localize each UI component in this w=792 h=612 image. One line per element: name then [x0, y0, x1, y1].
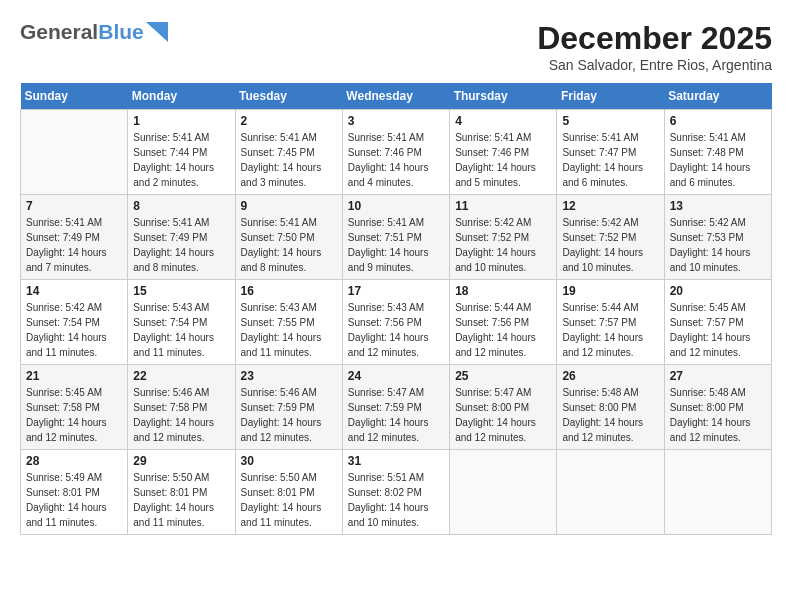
calendar-cell: 17Sunrise: 5:43 AMSunset: 7:56 PMDayligh… [342, 280, 449, 365]
page-header: General Blue December 2025 San Salvador,… [20, 20, 772, 73]
calendar-cell: 1Sunrise: 5:41 AMSunset: 7:44 PMDaylight… [128, 110, 235, 195]
calendar-week-3: 14Sunrise: 5:42 AMSunset: 7:54 PMDayligh… [21, 280, 772, 365]
calendar-cell: 9Sunrise: 5:41 AMSunset: 7:50 PMDaylight… [235, 195, 342, 280]
day-number: 14 [26, 284, 122, 298]
calendar-week-5: 28Sunrise: 5:49 AMSunset: 8:01 PMDayligh… [21, 450, 772, 535]
day-info: Sunrise: 5:51 AMSunset: 8:02 PMDaylight:… [348, 470, 444, 530]
calendar-table: Sunday Monday Tuesday Wednesday Thursday… [20, 83, 772, 535]
calendar-cell: 3Sunrise: 5:41 AMSunset: 7:46 PMDaylight… [342, 110, 449, 195]
day-info: Sunrise: 5:41 AMSunset: 7:44 PMDaylight:… [133, 130, 229, 190]
day-info: Sunrise: 5:41 AMSunset: 7:50 PMDaylight:… [241, 215, 337, 275]
calendar-week-1: 1Sunrise: 5:41 AMSunset: 7:44 PMDaylight… [21, 110, 772, 195]
day-number: 2 [241, 114, 337, 128]
calendar-cell: 19Sunrise: 5:44 AMSunset: 7:57 PMDayligh… [557, 280, 664, 365]
day-info: Sunrise: 5:45 AMSunset: 7:58 PMDaylight:… [26, 385, 122, 445]
day-number: 21 [26, 369, 122, 383]
day-number: 11 [455, 199, 551, 213]
calendar-cell: 31Sunrise: 5:51 AMSunset: 8:02 PMDayligh… [342, 450, 449, 535]
col-sunday: Sunday [21, 83, 128, 110]
calendar-cell: 6Sunrise: 5:41 AMSunset: 7:48 PMDaylight… [664, 110, 771, 195]
day-number: 3 [348, 114, 444, 128]
day-number: 24 [348, 369, 444, 383]
calendar-week-2: 7Sunrise: 5:41 AMSunset: 7:49 PMDaylight… [21, 195, 772, 280]
col-tuesday: Tuesday [235, 83, 342, 110]
calendar-cell: 11Sunrise: 5:42 AMSunset: 7:52 PMDayligh… [450, 195, 557, 280]
col-friday: Friday [557, 83, 664, 110]
day-info: Sunrise: 5:48 AMSunset: 8:00 PMDaylight:… [562, 385, 658, 445]
day-info: Sunrise: 5:43 AMSunset: 7:55 PMDaylight:… [241, 300, 337, 360]
day-info: Sunrise: 5:41 AMSunset: 7:46 PMDaylight:… [348, 130, 444, 190]
calendar-cell: 14Sunrise: 5:42 AMSunset: 7:54 PMDayligh… [21, 280, 128, 365]
calendar-header-row: Sunday Monday Tuesday Wednesday Thursday… [21, 83, 772, 110]
day-info: Sunrise: 5:46 AMSunset: 7:59 PMDaylight:… [241, 385, 337, 445]
col-monday: Monday [128, 83, 235, 110]
logo-general: General [20, 20, 98, 44]
day-number: 17 [348, 284, 444, 298]
day-info: Sunrise: 5:45 AMSunset: 7:57 PMDaylight:… [670, 300, 766, 360]
calendar-cell: 18Sunrise: 5:44 AMSunset: 7:56 PMDayligh… [450, 280, 557, 365]
day-number: 26 [562, 369, 658, 383]
calendar-cell: 15Sunrise: 5:43 AMSunset: 7:54 PMDayligh… [128, 280, 235, 365]
day-info: Sunrise: 5:50 AMSunset: 8:01 PMDaylight:… [133, 470, 229, 530]
day-number: 27 [670, 369, 766, 383]
calendar-cell: 5Sunrise: 5:41 AMSunset: 7:47 PMDaylight… [557, 110, 664, 195]
day-number: 1 [133, 114, 229, 128]
day-info: Sunrise: 5:41 AMSunset: 7:49 PMDaylight:… [26, 215, 122, 275]
day-info: Sunrise: 5:49 AMSunset: 8:01 PMDaylight:… [26, 470, 122, 530]
day-info: Sunrise: 5:41 AMSunset: 7:45 PMDaylight:… [241, 130, 337, 190]
day-info: Sunrise: 5:42 AMSunset: 7:53 PMDaylight:… [670, 215, 766, 275]
day-info: Sunrise: 5:41 AMSunset: 7:46 PMDaylight:… [455, 130, 551, 190]
logo: General Blue [20, 20, 168, 44]
calendar-cell: 2Sunrise: 5:41 AMSunset: 7:45 PMDaylight… [235, 110, 342, 195]
calendar-cell [21, 110, 128, 195]
calendar-cell: 25Sunrise: 5:47 AMSunset: 8:00 PMDayligh… [450, 365, 557, 450]
day-number: 29 [133, 454, 229, 468]
calendar-cell: 7Sunrise: 5:41 AMSunset: 7:49 PMDaylight… [21, 195, 128, 280]
location: San Salvador, Entre Rios, Argentina [537, 57, 772, 73]
col-thursday: Thursday [450, 83, 557, 110]
day-info: Sunrise: 5:41 AMSunset: 7:48 PMDaylight:… [670, 130, 766, 190]
day-info: Sunrise: 5:42 AMSunset: 7:52 PMDaylight:… [455, 215, 551, 275]
day-number: 19 [562, 284, 658, 298]
day-info: Sunrise: 5:44 AMSunset: 7:56 PMDaylight:… [455, 300, 551, 360]
day-number: 23 [241, 369, 337, 383]
calendar-week-4: 21Sunrise: 5:45 AMSunset: 7:58 PMDayligh… [21, 365, 772, 450]
day-info: Sunrise: 5:47 AMSunset: 8:00 PMDaylight:… [455, 385, 551, 445]
day-info: Sunrise: 5:48 AMSunset: 8:00 PMDaylight:… [670, 385, 766, 445]
day-number: 16 [241, 284, 337, 298]
calendar-cell: 20Sunrise: 5:45 AMSunset: 7:57 PMDayligh… [664, 280, 771, 365]
calendar-cell: 16Sunrise: 5:43 AMSunset: 7:55 PMDayligh… [235, 280, 342, 365]
svg-marker-0 [146, 22, 168, 42]
day-number: 9 [241, 199, 337, 213]
calendar-cell: 30Sunrise: 5:50 AMSunset: 8:01 PMDayligh… [235, 450, 342, 535]
day-number: 6 [670, 114, 766, 128]
month-title: December 2025 [537, 20, 772, 57]
day-info: Sunrise: 5:42 AMSunset: 7:54 PMDaylight:… [26, 300, 122, 360]
day-number: 8 [133, 199, 229, 213]
day-number: 10 [348, 199, 444, 213]
calendar-cell: 26Sunrise: 5:48 AMSunset: 8:00 PMDayligh… [557, 365, 664, 450]
day-number: 28 [26, 454, 122, 468]
day-number: 15 [133, 284, 229, 298]
day-info: Sunrise: 5:42 AMSunset: 7:52 PMDaylight:… [562, 215, 658, 275]
day-info: Sunrise: 5:44 AMSunset: 7:57 PMDaylight:… [562, 300, 658, 360]
calendar-cell: 23Sunrise: 5:46 AMSunset: 7:59 PMDayligh… [235, 365, 342, 450]
calendar-cell: 4Sunrise: 5:41 AMSunset: 7:46 PMDaylight… [450, 110, 557, 195]
calendar-cell: 28Sunrise: 5:49 AMSunset: 8:01 PMDayligh… [21, 450, 128, 535]
day-number: 12 [562, 199, 658, 213]
calendar-cell [664, 450, 771, 535]
day-info: Sunrise: 5:46 AMSunset: 7:58 PMDaylight:… [133, 385, 229, 445]
calendar-cell: 13Sunrise: 5:42 AMSunset: 7:53 PMDayligh… [664, 195, 771, 280]
day-info: Sunrise: 5:41 AMSunset: 7:47 PMDaylight:… [562, 130, 658, 190]
day-info: Sunrise: 5:43 AMSunset: 7:54 PMDaylight:… [133, 300, 229, 360]
calendar-cell: 29Sunrise: 5:50 AMSunset: 8:01 PMDayligh… [128, 450, 235, 535]
day-number: 25 [455, 369, 551, 383]
calendar-cell [557, 450, 664, 535]
calendar-cell: 21Sunrise: 5:45 AMSunset: 7:58 PMDayligh… [21, 365, 128, 450]
day-number: 31 [348, 454, 444, 468]
title-area: December 2025 San Salvador, Entre Rios, … [537, 20, 772, 73]
day-info: Sunrise: 5:41 AMSunset: 7:49 PMDaylight:… [133, 215, 229, 275]
col-saturday: Saturday [664, 83, 771, 110]
logo-blue: Blue [98, 20, 144, 44]
day-number: 20 [670, 284, 766, 298]
